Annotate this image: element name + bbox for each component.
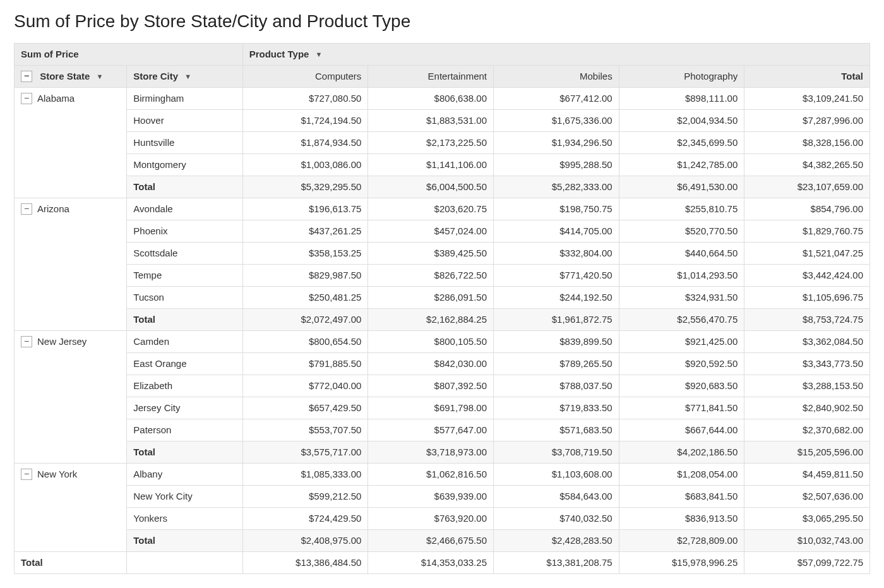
state-cell[interactable]: −Alabama bbox=[15, 88, 127, 198]
table-row: Tucson$250,481.25$286,091.50$244,192.50$… bbox=[15, 287, 870, 309]
city-cell[interactable]: Paterson bbox=[127, 419, 242, 441]
value-cell: $389,425.50 bbox=[368, 243, 494, 265]
value-cell: $921,425.00 bbox=[619, 331, 744, 353]
value-cell: $196,613.75 bbox=[242, 198, 368, 220]
value-cell: $440,664.50 bbox=[619, 243, 744, 265]
column-header[interactable]: Computers bbox=[242, 66, 368, 88]
subtotal-value: $8,753,724.75 bbox=[744, 309, 870, 331]
collapse-icon[interactable]: − bbox=[21, 336, 32, 347]
city-cell[interactable]: Avondale bbox=[127, 198, 242, 220]
city-cell[interactable]: Phoenix bbox=[127, 220, 242, 243]
table-row: Yonkers$724,429.50$763,920.00$740,032.50… bbox=[15, 508, 870, 530]
value-cell: $771,420.50 bbox=[493, 265, 619, 287]
subtotal-value: $15,205,596.00 bbox=[744, 441, 870, 464]
value-cell: $657,429.50 bbox=[242, 397, 368, 419]
caret-down-icon: ▼ bbox=[184, 69, 191, 83]
column-header[interactable]: Mobiles bbox=[493, 66, 619, 88]
value-cell: $3,442,424.00 bbox=[744, 265, 870, 287]
value-cell: $3,288,153.50 bbox=[744, 375, 870, 397]
value-cell: $920,592.50 bbox=[619, 353, 744, 375]
value-cell: $553,707.50 bbox=[242, 419, 368, 441]
value-cell: $691,798.00 bbox=[368, 397, 494, 419]
subtotal-value: $4,202,186.50 bbox=[619, 441, 744, 464]
grand-total-spacer bbox=[127, 552, 242, 574]
city-cell[interactable]: Scottsdale bbox=[127, 243, 242, 265]
measure-header: Sum of Price bbox=[15, 44, 243, 66]
collapse-icon[interactable]: − bbox=[21, 203, 32, 215]
subtotal-value: $3,718,973.00 bbox=[368, 441, 494, 464]
grand-total-value: $15,978,996.25 bbox=[619, 552, 744, 574]
column-header[interactable]: Photography bbox=[619, 66, 744, 88]
city-cell[interactable]: Camden bbox=[127, 331, 242, 353]
state-cell[interactable]: −New Jersey bbox=[15, 331, 127, 464]
subtotal-value: $6,004,500.50 bbox=[368, 176, 494, 198]
subtotal-value: $2,162,884.25 bbox=[368, 309, 494, 331]
subtotal-value: $23,107,659.00 bbox=[744, 176, 870, 198]
state-label: Alabama bbox=[37, 93, 75, 104]
value-cell: $571,683.50 bbox=[493, 419, 619, 441]
subtotal-value: $6,491,530.00 bbox=[619, 176, 744, 198]
value-cell: $2,840,902.50 bbox=[744, 397, 870, 419]
table-row: −ArizonaAvondale$196,613.75$203,620.75$1… bbox=[15, 198, 870, 220]
subtotal-value: $2,072,497.00 bbox=[242, 309, 368, 331]
collapse-all-icon[interactable]: − bbox=[21, 71, 32, 82]
caret-down-icon: ▼ bbox=[97, 69, 104, 83]
city-cell[interactable]: Huntsville bbox=[127, 132, 242, 154]
value-cell: $1,062,816.50 bbox=[368, 464, 494, 486]
city-cell[interactable]: New York City bbox=[127, 486, 242, 508]
caret-down-icon: ▼ bbox=[316, 47, 323, 61]
value-cell: $2,004,934.50 bbox=[619, 110, 744, 132]
subtotal-value: $5,282,333.00 bbox=[493, 176, 619, 198]
value-cell: $584,643.00 bbox=[493, 486, 619, 508]
value-cell: $520,770.50 bbox=[619, 220, 744, 243]
column-total-header: Total bbox=[744, 66, 870, 88]
value-cell: $286,091.50 bbox=[368, 287, 494, 309]
value-cell: $332,804.00 bbox=[493, 243, 619, 265]
column-field-header[interactable]: Product Type ▼ bbox=[242, 44, 869, 66]
grand-total-value: $14,353,033.25 bbox=[368, 552, 494, 574]
value-cell: $854,796.00 bbox=[744, 198, 870, 220]
city-cell[interactable]: Tucson bbox=[127, 287, 242, 309]
table-row: −New JerseyCamden$800,654.50$800,105.50$… bbox=[15, 331, 870, 353]
row-field-city-header[interactable]: Store City ▼ bbox=[127, 66, 242, 88]
city-cell[interactable]: East Orange bbox=[127, 353, 242, 375]
value-cell: $358,153.25 bbox=[242, 243, 368, 265]
value-cell: $1,085,333.00 bbox=[242, 464, 368, 486]
subtotal-value: $5,329,295.50 bbox=[242, 176, 368, 198]
value-cell: $842,030.00 bbox=[368, 353, 494, 375]
value-cell: $826,722.50 bbox=[368, 265, 494, 287]
city-cell[interactable]: Albany bbox=[127, 464, 242, 486]
collapse-icon[interactable]: − bbox=[21, 93, 32, 104]
collapse-icon[interactable]: − bbox=[21, 469, 32, 480]
value-cell: $255,810.75 bbox=[619, 198, 744, 220]
subtotal-row: Total$3,575,717.00$3,718,973.00$3,708,71… bbox=[15, 441, 870, 464]
row-field-state-header[interactable]: − Store State ▼ bbox=[15, 66, 127, 88]
table-row: Elizabeth$772,040.00$807,392.50$788,037.… bbox=[15, 375, 870, 397]
state-cell[interactable]: −Arizona bbox=[15, 198, 127, 331]
table-row: Tempe$829,987.50$826,722.50$771,420.50$1… bbox=[15, 265, 870, 287]
state-cell[interactable]: −New York bbox=[15, 464, 127, 552]
value-cell: $719,833.50 bbox=[493, 397, 619, 419]
value-cell: $995,288.50 bbox=[493, 154, 619, 176]
value-cell: $806,638.00 bbox=[368, 88, 494, 110]
value-cell: $898,111.00 bbox=[619, 88, 744, 110]
city-cell[interactable]: Yonkers bbox=[127, 508, 242, 530]
table-row: Jersey City$657,429.50$691,798.00$719,83… bbox=[15, 397, 870, 419]
value-cell: $1,208,054.00 bbox=[619, 464, 744, 486]
city-cell[interactable]: Jersey City bbox=[127, 397, 242, 419]
city-cell[interactable]: Tempe bbox=[127, 265, 242, 287]
column-header[interactable]: Entertainment bbox=[368, 66, 494, 88]
city-cell[interactable]: Birmingham bbox=[127, 88, 242, 110]
value-cell: $771,841.50 bbox=[619, 397, 744, 419]
city-cell[interactable]: Elizabeth bbox=[127, 375, 242, 397]
value-cell: $800,105.50 bbox=[368, 331, 494, 353]
value-cell: $2,173,225.50 bbox=[368, 132, 494, 154]
subtotal-value: $3,575,717.00 bbox=[242, 441, 368, 464]
city-cell[interactable]: Hoover bbox=[127, 110, 242, 132]
city-cell[interactable]: Montgomery bbox=[127, 154, 242, 176]
value-cell: $1,242,785.00 bbox=[619, 154, 744, 176]
value-cell: $740,032.50 bbox=[493, 508, 619, 530]
value-cell: $1,003,086.00 bbox=[242, 154, 368, 176]
state-label: New York bbox=[37, 469, 77, 479]
value-cell: $250,481.25 bbox=[242, 287, 368, 309]
